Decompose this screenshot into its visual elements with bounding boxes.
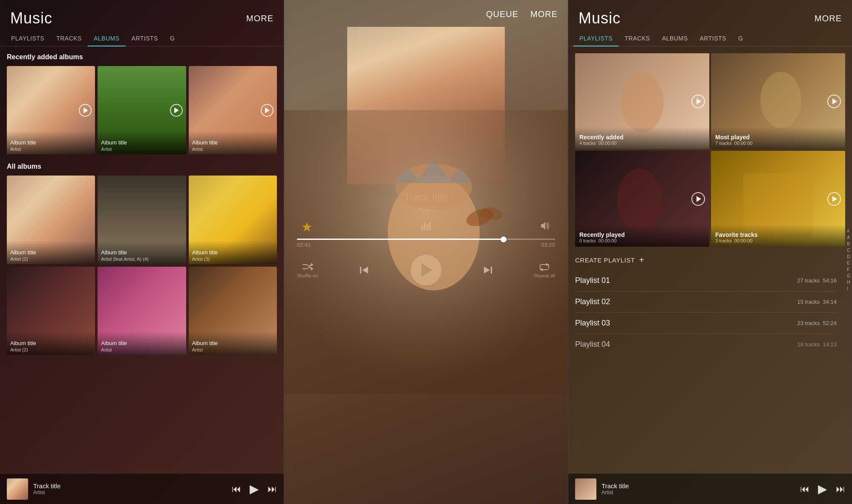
alpha-index-hash[interactable]: #	[847, 228, 850, 234]
album-title: Album title	[192, 249, 273, 256]
list-item[interactable]: Album title Artist	[98, 267, 186, 355]
playlist-card-meta: 4 tracks 00:00:00	[579, 141, 705, 146]
list-item[interactable]: Playlist 01 27 tracks 54:16	[575, 270, 837, 291]
play-pause-button[interactable]: ▶	[818, 482, 827, 496]
mini-player-artist: Artist	[33, 490, 227, 495]
alpha-index-f[interactable]: F	[847, 267, 850, 273]
list-item[interactable]: Album title Artist (3)	[189, 176, 277, 264]
tab-playlists[interactable]: PLAYLISTS	[573, 31, 619, 46]
alphabet-index: # A B C D E F G H I	[847, 228, 850, 292]
prev-button[interactable]: ⏮	[800, 484, 809, 495]
album-artist: Artist	[192, 147, 273, 152]
playlist-name: Playlist 02	[575, 297, 610, 306]
all-albums-section-title: All albums	[7, 163, 277, 170]
mini-player-controls: ⏮ ▶ ⏭	[232, 482, 277, 496]
mini-player-info: Track title Artist	[33, 482, 227, 495]
mini-player-controls: ⏮ ▶ ⏭	[800, 482, 845, 496]
playlist-name: Playlist 03	[575, 319, 610, 328]
alpha-index-b[interactable]: B	[847, 241, 850, 247]
alpha-index-h[interactable]: H	[847, 279, 850, 285]
recently-added-albums-grid: Album title Artist Album title Artist	[7, 66, 277, 154]
play-icon	[832, 98, 837, 104]
list-item[interactable]: Playlist 04 18 tracks 14:13	[575, 334, 837, 355]
mini-player: Track title Artist ⏮ ▶ ⏭	[0, 473, 284, 504]
tab-tracks[interactable]: TRACKS	[619, 31, 656, 46]
album-title: Album title	[101, 139, 182, 147]
albums-header-actions: MORE	[246, 14, 273, 23]
alpha-index-e[interactable]: E	[847, 260, 850, 266]
list-item[interactable]: Favorite tracks 3 tracks 00:00:00	[711, 151, 845, 247]
play-icon	[697, 196, 701, 202]
progress-thumb[interactable]	[501, 236, 507, 242]
create-playlist-label: CREATE PLAYLIST	[575, 256, 635, 264]
playlist-card-meta: 0 tracks 00:00:00	[579, 238, 705, 243]
list-item[interactable]: Playlist 02 15 tracks 34:14	[575, 291, 837, 313]
playlist-meta: 27 tracks 54:16	[797, 277, 837, 284]
list-item[interactable]: Album title Artist (feat.Artist, A) (4)	[98, 176, 186, 264]
alpha-index-g[interactable]: G	[847, 273, 850, 279]
list-item[interactable]: Album title Artist	[98, 66, 186, 154]
alpha-index-c[interactable]: C	[847, 248, 850, 253]
alpha-index-a[interactable]: A	[847, 235, 850, 241]
play-icon	[174, 107, 179, 113]
alpha-index-d[interactable]: D	[847, 254, 850, 260]
playlist-name: Playlist 01	[575, 276, 610, 285]
now-playing-album-art-image	[347, 27, 505, 184]
list-item[interactable]: Album title Artist (2)	[7, 176, 95, 264]
tab-genres[interactable]: G	[164, 31, 181, 46]
next-button[interactable]: ⏭	[268, 484, 277, 495]
tab-playlists[interactable]: PLAYLISTS	[5, 31, 50, 46]
play-pause-button[interactable]: ▶	[250, 482, 259, 496]
playlist-card-name: Most played	[715, 134, 841, 141]
album-artist: Artist (2)	[10, 256, 92, 262]
album-artist: Artist (2)	[10, 347, 92, 352]
playlist-card-play-button[interactable]	[827, 192, 841, 206]
albums-more-button[interactable]: MORE	[246, 14, 273, 23]
playlist-card-name: Favorite tracks	[715, 231, 841, 238]
album-play-button[interactable]	[261, 104, 273, 117]
mini-player: Track title Artist ⏮ ▶ ⏭	[568, 473, 852, 504]
list-item[interactable]: Album title Artist	[189, 267, 277, 355]
next-button[interactable]: ⏭	[836, 484, 845, 495]
album-play-button[interactable]	[79, 104, 92, 117]
alpha-index-i[interactable]: I	[847, 286, 850, 292]
list-item[interactable]: Recently added 4 tracks 00:00:00	[575, 53, 709, 149]
mini-player-title: Track title	[602, 482, 795, 490]
prev-button[interactable]: ⏮	[232, 484, 241, 495]
svg-point-13	[617, 169, 662, 231]
now-playing-scroll: Track title Artist ★	[284, 23, 568, 504]
create-playlist-button[interactable]: CREATE PLAYLIST +	[575, 253, 845, 267]
album-title: Album title	[10, 139, 92, 147]
playlists-more-button[interactable]: MORE	[815, 14, 842, 23]
list-item[interactable]: Album title Artist	[7, 66, 95, 154]
progress-bar[interactable]	[297, 239, 555, 240]
mini-player-info: Track title Artist	[602, 482, 795, 495]
list-item[interactable]: Most played 7 tracks 00:00:00	[711, 53, 845, 149]
playlist-cards-grid: Recently added 4 tracks 00:00:00	[575, 53, 845, 247]
playlist-card-play-button[interactable]	[827, 95, 841, 108]
tab-albums[interactable]: ALBUMS	[656, 31, 694, 46]
album-title: Album title	[192, 139, 273, 147]
tab-artists[interactable]: ARTISTS	[694, 31, 732, 46]
list-item[interactable]: Album title Artist (2)	[7, 267, 95, 355]
tab-artists[interactable]: ARTISTS	[126, 31, 164, 46]
playlist-card-play-button[interactable]	[691, 95, 705, 108]
albums-panel-title: Music	[10, 9, 52, 27]
tab-albums[interactable]: ALBUMS	[88, 31, 126, 46]
album-title: Album title	[192, 340, 273, 347]
playlists-header: Music MORE	[568, 0, 852, 31]
album-play-button[interactable]	[170, 104, 183, 117]
tab-tracks[interactable]: TRACKS	[50, 31, 88, 46]
list-item[interactable]: Recently played 0 tracks 00:00:00	[575, 151, 709, 247]
playlist-meta: 15 tracks 34:14	[797, 299, 837, 305]
playlist-card-play-button[interactable]	[691, 192, 705, 206]
mini-player-thumb-image	[7, 478, 28, 500]
list-item[interactable]: Playlist 03 23 tracks 52:24	[575, 313, 837, 334]
list-item[interactable]: Album title Artist	[189, 66, 277, 154]
playlist-meta: 23 tracks 52:24	[797, 320, 837, 326]
album-artist: Artist	[101, 147, 182, 152]
tab-genres[interactable]: G	[732, 31, 749, 46]
playlist-card-meta: 3 tracks 00:00:00	[715, 238, 841, 243]
mini-player-thumbnail	[575, 478, 596, 500]
playlists-panel: Music MORE PLAYLISTS TRACKS ALBUMS ARTIS…	[568, 0, 852, 504]
